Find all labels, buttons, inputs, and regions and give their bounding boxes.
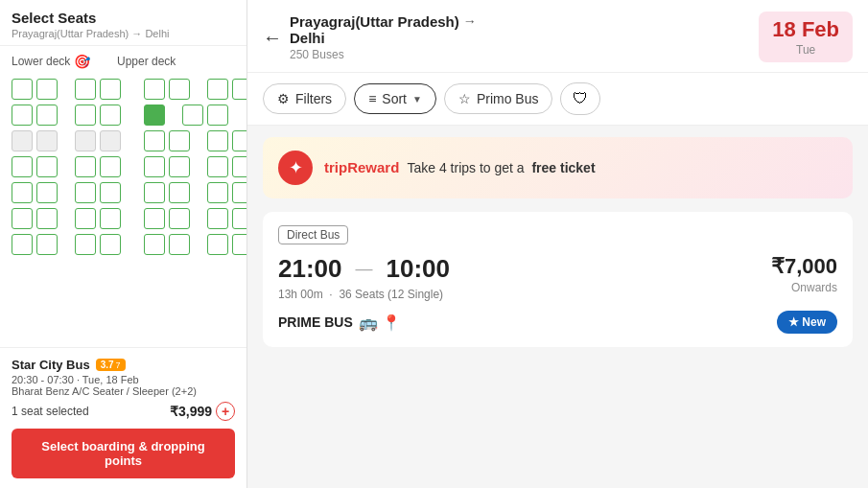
seat[interactable]	[100, 79, 121, 100]
seat[interactable]	[75, 234, 96, 255]
seat-unavailable[interactable]	[100, 130, 121, 151]
seat[interactable]	[144, 156, 165, 177]
rating-value: 3.7	[101, 360, 114, 370]
seat[interactable]	[207, 234, 228, 255]
seat[interactable]	[144, 208, 165, 229]
date-value: 18 Feb	[772, 17, 839, 42]
seat[interactable]	[12, 79, 33, 100]
seat[interactable]	[75, 79, 96, 100]
seat[interactable]	[12, 182, 33, 203]
seat-row	[12, 105, 121, 126]
seat[interactable]	[182, 105, 203, 126]
seat[interactable]	[75, 156, 96, 177]
date-box[interactable]: 18 Feb Tue	[759, 12, 853, 62]
location-icon: 📍	[382, 314, 401, 332]
seats-area	[0, 73, 246, 347]
primo-bus-button[interactable]: ☆ Primo Bus	[444, 83, 553, 114]
seat[interactable]	[12, 105, 33, 126]
reward-icon: ✦	[278, 151, 313, 185]
seat-row	[12, 79, 121, 100]
seat[interactable]	[12, 208, 33, 229]
seat[interactable]	[36, 79, 58, 100]
star-icon: ☆	[458, 91, 471, 106]
seat[interactable]	[100, 182, 121, 203]
seat-row	[12, 182, 121, 203]
shield-icon: 🛡	[573, 90, 588, 107]
lower-deck-text: Lower deck	[12, 55, 70, 68]
seat[interactable]	[169, 182, 190, 203]
seat-row	[12, 156, 121, 177]
rating-count: 7	[116, 360, 121, 370]
seat[interactable]	[100, 156, 121, 177]
seat-row	[144, 105, 246, 126]
seat[interactable]	[169, 208, 190, 229]
seat[interactable]	[207, 130, 228, 151]
seat[interactable]	[169, 130, 190, 151]
seat[interactable]	[36, 156, 58, 177]
shield-button[interactable]: 🛡	[560, 82, 600, 115]
seat-row	[12, 208, 121, 229]
seat[interactable]	[12, 156, 33, 177]
time-separator: —	[356, 259, 373, 279]
departure-time: 21:00	[278, 254, 342, 284]
seat[interactable]	[169, 79, 190, 100]
seat[interactable]	[232, 156, 246, 177]
seat[interactable]	[207, 208, 228, 229]
seat[interactable]	[207, 156, 228, 177]
route-row: ← Prayagraj(Uttar Pradesh) → Delhi 250 B…	[263, 12, 853, 62]
seat[interactable]	[100, 208, 121, 229]
seat[interactable]	[12, 234, 33, 255]
seat[interactable]	[36, 182, 58, 203]
seat[interactable]	[232, 182, 246, 203]
seat[interactable]	[75, 208, 96, 229]
seat[interactable]	[75, 105, 96, 126]
back-button[interactable]: ←	[263, 28, 282, 47]
reward-content: tripReward Take 4 trips to get a free ti…	[324, 159, 596, 176]
seat-row	[144, 182, 246, 203]
seat-selected-text: 1 seat selected	[12, 405, 89, 418]
upper-deck-label: Upper deck	[117, 54, 176, 69]
left-header: Select Seats Prayagraj(Uttar Pradesh) → …	[0, 0, 246, 46]
seat[interactable]	[232, 208, 246, 229]
seat[interactable]	[169, 234, 190, 255]
new-badge-text: ★ New	[788, 315, 826, 329]
seat[interactable]	[232, 79, 246, 100]
seat[interactable]	[169, 156, 190, 177]
seat[interactable]	[36, 105, 58, 126]
seat[interactable]	[232, 130, 246, 151]
filter-row: ⚙ Filters ≡ Sort ▼ ☆ Primo Bus 🛡	[247, 73, 868, 126]
select-seats-title: Select Seats	[12, 10, 235, 26]
add-seat-button[interactable]: +	[216, 402, 235, 421]
seat-unavailable[interactable]	[75, 130, 96, 151]
right-content: ✦ tripReward Take 4 trips to get a free …	[247, 126, 868, 488]
seat[interactable]	[36, 208, 58, 229]
sort-button[interactable]: ≡ Sort ▼	[354, 83, 436, 114]
seat-unavailable[interactable]	[36, 130, 58, 151]
right-header: ← Prayagraj(Uttar Pradesh) → Delhi 250 B…	[247, 0, 868, 73]
seat[interactable]	[207, 105, 228, 126]
seat-unavailable[interactable]	[12, 130, 33, 151]
seat[interactable]	[75, 182, 96, 203]
price-value: ₹3,999	[170, 404, 212, 419]
seat-row	[144, 130, 246, 151]
seat[interactable]	[144, 234, 165, 255]
bus-icons: 🚌 📍	[359, 314, 401, 332]
seat[interactable]	[144, 130, 165, 151]
seat[interactable]	[100, 234, 121, 255]
seat[interactable]	[232, 234, 246, 255]
bus-name-footer: PRIME BUS 🚌 📍	[278, 314, 401, 332]
seat[interactable]	[36, 234, 58, 255]
select-boarding-button[interactable]: Select boarding & dropping points	[12, 429, 235, 478]
seat-row	[12, 234, 121, 255]
duration: 13h 00m	[278, 288, 323, 301]
seat-selected[interactable]	[144, 105, 165, 126]
arrival-time: 10:00	[387, 254, 451, 284]
arrow-icon: →	[463, 13, 477, 29]
seat[interactable]	[207, 79, 228, 100]
seat[interactable]	[144, 79, 165, 100]
seat[interactable]	[207, 182, 228, 203]
filters-button[interactable]: ⚙ Filters	[263, 83, 346, 114]
seat[interactable]	[100, 105, 121, 126]
seat[interactable]	[144, 182, 165, 203]
price-box: ₹3,999 +	[170, 402, 235, 421]
